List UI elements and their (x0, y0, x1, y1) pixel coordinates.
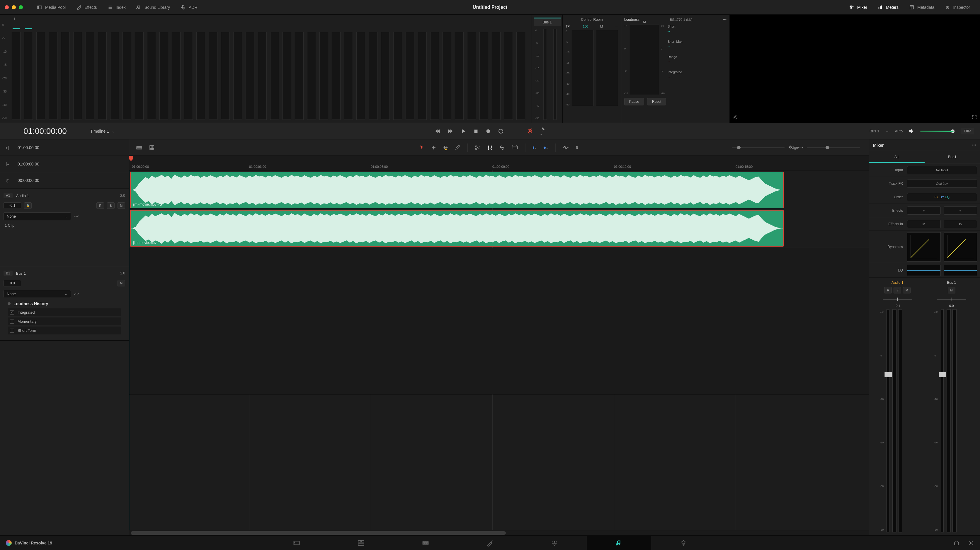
track-a1-arm-button[interactable]: R (96, 202, 104, 209)
add-effect-bus1-button[interactable]: + (943, 206, 977, 215)
track-b1-name[interactable]: Bus 1 (16, 271, 26, 276)
grid-icon[interactable] (148, 144, 156, 152)
track-b1-id[interactable]: B1 (3, 271, 13, 276)
metadata-tab[interactable]: Metadata (904, 0, 940, 15)
checkbox-icon[interactable] (10, 311, 14, 315)
edit-page-tab[interactable] (393, 536, 458, 550)
meters-tab[interactable]: Meters (872, 0, 904, 15)
flag-blue-icon[interactable]: ▮⌄ (531, 144, 538, 151)
strip-a1-gain[interactable]: -0.1 (895, 304, 900, 307)
track-a1-gain[interactable]: -0.1 (3, 202, 21, 209)
fader-knob[interactable] (885, 372, 892, 377)
track-b1-lane[interactable] (129, 248, 869, 395)
pointer-tool[interactable] (418, 144, 426, 151)
scroll-sync-icon[interactable]: �âge⟷ (788, 144, 804, 151)
strip-a1-mute[interactable]: M (903, 287, 910, 293)
master-timecode[interactable]: 01:00:00:00 (24, 127, 67, 136)
lock-icon[interactable]: 🔒 (24, 202, 32, 209)
inspector-tab[interactable]: Inspector (940, 0, 975, 15)
dynamics-graph-bus1[interactable] (943, 232, 977, 262)
speaker-icon[interactable] (908, 128, 914, 134)
fader-knob[interactable] (939, 372, 946, 377)
waveform-right[interactable]: jimi-movie.mov - R (130, 210, 784, 247)
mixer-tab-a1[interactable]: A1 (869, 151, 924, 163)
effectsin-bus1-button[interactable]: In (943, 220, 977, 228)
mixer-tab[interactable]: Mixer (844, 0, 872, 15)
order-select[interactable]: FX DY EQ (907, 193, 977, 201)
marker-range-tool[interactable] (511, 144, 519, 151)
add-effect-a1-button[interactable]: + (907, 206, 941, 215)
automation-curve-icon[interactable] (74, 214, 79, 219)
input-select[interactable]: No Input (907, 166, 977, 174)
playhead-line[interactable] (129, 170, 129, 530)
waveform-left[interactable]: jimi-movie.mov - L (130, 172, 784, 208)
horizontal-scrollbar[interactable] (129, 530, 869, 535)
checkbox-icon[interactable] (10, 320, 14, 323)
strip-b1-mute[interactable]: M (948, 287, 955, 293)
checkbox-icon[interactable] (10, 329, 14, 333)
stop-button[interactable] (473, 128, 479, 134)
playhead-icon[interactable] (129, 156, 133, 161)
track-b1-gain[interactable]: 0.0 (3, 280, 21, 287)
viewer-settings-icon[interactable] (733, 114, 738, 120)
automation-curve-icon[interactable] (74, 291, 79, 296)
track-a1-solo-button[interactable]: S (107, 202, 115, 209)
lh-shortterm[interactable]: Short Term (8, 327, 121, 334)
color-page-tab[interactable] (522, 536, 587, 550)
close-icon[interactable] (5, 5, 9, 10)
snap-tool[interactable] (486, 144, 494, 152)
tc-out-row[interactable]: |◂01:00:00:00 (0, 156, 129, 172)
lh-momentary[interactable]: Momentary (8, 317, 121, 325)
effects-tab[interactable]: Effects (71, 0, 102, 15)
razor-tool[interactable] (474, 144, 482, 152)
maximize-icon[interactable] (19, 5, 23, 10)
play-button[interactable] (460, 128, 466, 134)
timeline-ruler[interactable]: 01:00:00:00 01:00:03:00 01:00:06:00 01:0… (129, 156, 869, 170)
marker-blue-icon[interactable]: ◆⌄ (542, 144, 549, 151)
pan-a1[interactable] (883, 296, 912, 302)
loop-button[interactable] (498, 128, 504, 134)
eq-graph-a1[interactable] (907, 265, 941, 276)
mixer-tab-bus1[interactable]: Bus1 (924, 151, 980, 163)
record-button[interactable] (485, 128, 491, 134)
track-a1-effect-select[interactable]: None⌄ (3, 212, 71, 220)
pan-b1[interactable] (937, 296, 966, 302)
bus-tab[interactable]: Bus 1 (534, 17, 561, 26)
trim-tool[interactable]: ✋ (442, 144, 450, 152)
strip-b1-gain[interactable]: 0.0 (949, 304, 954, 307)
pencil-tool[interactable] (454, 144, 461, 151)
monitor-auto[interactable]: Auto (895, 129, 903, 133)
strip-a1-arm[interactable]: R (884, 287, 892, 293)
pause-button[interactable]: Pause (624, 98, 644, 105)
dynamics-graph-a1[interactable] (907, 232, 941, 262)
fader-a1[interactable] (886, 309, 889, 533)
expand-icon[interactable] (972, 114, 977, 120)
reset-button[interactable]: Reset (647, 98, 666, 105)
trackfx-select[interactable]: Dial Lev (907, 179, 977, 188)
tc-in-row[interactable]: ▸|01:00:00:00 (0, 139, 129, 156)
transport-settings-icon[interactable]: ⌄ (540, 127, 546, 136)
dim-button[interactable]: DIM (961, 128, 974, 135)
sound-library-tab[interactable]: Sound Library (131, 0, 175, 15)
audio-clip[interactable]: jimi-movie.mov - L jimi-movie.mov - R (130, 172, 784, 247)
track-a1-lane[interactable]: jimi-movie.mov - L jimi-movie.mov - R (129, 170, 869, 248)
fusion-page-tab[interactable] (458, 536, 522, 550)
home-icon[interactable] (954, 540, 959, 546)
adr-tab[interactable]: ADR (175, 0, 203, 15)
effectsin-a1-button[interactable]: In (907, 220, 941, 228)
lh-integrated[interactable]: Integrated (8, 308, 121, 316)
vertical-zoom-slider[interactable] (732, 147, 784, 148)
index-tab[interactable]: Index (102, 0, 131, 15)
window-controls[interactable] (5, 5, 23, 10)
track-a1-name[interactable]: Audio 1 (16, 193, 29, 198)
transient-icon[interactable] (562, 144, 570, 151)
loudness-menu-icon[interactable]: ••• (723, 17, 727, 22)
strip-a1-solo[interactable]: S (894, 287, 901, 293)
media-pool-tab[interactable]: Media Pool (32, 0, 71, 15)
automation-button[interactable] (527, 128, 533, 135)
track-a1-id[interactable]: A1 (3, 193, 13, 198)
timeline-view-icon[interactable] (135, 143, 143, 152)
updown-icon[interactable]: ⇅ (574, 144, 580, 151)
tracks-area[interactable]: jimi-movie.mov - L jimi-movie.mov - R (129, 170, 869, 530)
track-b1-effect-select[interactable]: None⌄ (3, 290, 71, 298)
